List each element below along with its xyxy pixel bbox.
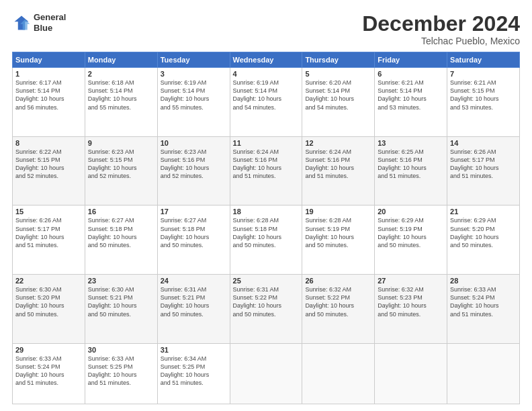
cell-details: Sunrise: 6:31 AMSunset: 5:22 PMDaylight:… (233, 285, 300, 318)
cell-details: Sunrise: 6:33 AMSunset: 5:24 PMDaylight:… (450, 285, 517, 318)
calendar-cell: 31Sunrise: 6:34 AMSunset: 5:25 PMDayligh… (157, 343, 230, 404)
calendar-cell: 17Sunrise: 6:27 AMSunset: 5:18 PMDayligh… (157, 205, 230, 275)
col-header-thursday: Thursday (302, 52, 375, 68)
title-block: December 2024 Telchac Pueblo, Mexico (362, 12, 520, 46)
day-number: 21 (450, 208, 517, 216)
header: General Blue December 2024 Telchac Puebl… (12, 12, 520, 46)
day-number: 12 (305, 139, 371, 147)
day-number: 2 (88, 70, 154, 78)
calendar-cell: 13Sunrise: 6:25 AMSunset: 5:16 PMDayligh… (375, 136, 447, 205)
cell-details: Sunrise: 6:26 AMSunset: 5:17 PMDaylight:… (450, 148, 517, 181)
cell-details: Sunrise: 6:34 AMSunset: 5:25 PMDaylight:… (161, 355, 227, 387)
calendar-cell: 2Sunrise: 6:18 AMSunset: 5:14 PMDaylight… (85, 68, 157, 137)
day-number: 18 (233, 208, 300, 216)
logo-text: General Blue (34, 12, 66, 33)
day-number: 11 (233, 139, 300, 147)
calendar-cell: 3Sunrise: 6:19 AMSunset: 5:14 PMDaylight… (157, 68, 230, 137)
calendar-cell: 10Sunrise: 6:23 AMSunset: 5:16 PMDayligh… (157, 136, 230, 205)
calendar-cell: 16Sunrise: 6:27 AMSunset: 5:18 PMDayligh… (85, 205, 157, 275)
cell-details: Sunrise: 6:22 AMSunset: 5:15 PMDaylight:… (15, 148, 82, 181)
calendar-week-row: 15Sunrise: 6:26 AMSunset: 5:17 PMDayligh… (13, 205, 520, 275)
day-number: 17 (161, 208, 227, 216)
cell-details: Sunrise: 6:18 AMSunset: 5:14 PMDaylight:… (88, 79, 154, 111)
cell-details: Sunrise: 6:26 AMSunset: 5:17 PMDaylight:… (15, 216, 82, 249)
day-number: 15 (15, 208, 82, 216)
day-number: 13 (378, 139, 444, 147)
day-number: 30 (88, 346, 154, 354)
cell-details: Sunrise: 6:21 AMSunset: 5:14 PMDaylight:… (378, 79, 444, 111)
cell-details: Sunrise: 6:23 AMSunset: 5:15 PMDaylight:… (88, 148, 154, 181)
calendar-cell: 21Sunrise: 6:29 AMSunset: 5:20 PMDayligh… (447, 205, 520, 275)
day-number: 29 (15, 346, 82, 354)
day-number: 22 (15, 277, 82, 285)
page: General Blue December 2024 Telchac Puebl… (0, 0, 532, 411)
day-number: 9 (88, 139, 154, 147)
calendar-cell: 1Sunrise: 6:17 AMSunset: 5:14 PMDaylight… (13, 68, 85, 137)
calendar-cell: 26Sunrise: 6:32 AMSunset: 5:22 PMDayligh… (302, 275, 375, 344)
calendar-header-row: SundayMondayTuesdayWednesdayThursdayFrid… (13, 52, 520, 68)
calendar-cell: 8Sunrise: 6:22 AMSunset: 5:15 PMDaylight… (13, 136, 85, 205)
calendar-cell: 15Sunrise: 6:26 AMSunset: 5:17 PMDayligh… (13, 205, 85, 275)
calendar-cell: 19Sunrise: 6:28 AMSunset: 5:19 PMDayligh… (302, 205, 375, 275)
day-number: 24 (161, 277, 227, 285)
cell-details: Sunrise: 6:28 AMSunset: 5:18 PMDaylight:… (233, 216, 300, 249)
calendar-cell: 11Sunrise: 6:24 AMSunset: 5:16 PMDayligh… (230, 136, 302, 205)
cell-details: Sunrise: 6:33 AMSunset: 5:25 PMDaylight:… (88, 355, 154, 387)
day-number: 8 (15, 139, 82, 147)
cell-details: Sunrise: 6:32 AMSunset: 5:22 PMDaylight:… (305, 285, 371, 318)
calendar-cell: 28Sunrise: 6:33 AMSunset: 5:24 PMDayligh… (447, 275, 520, 344)
day-number: 26 (305, 277, 371, 285)
cell-details: Sunrise: 6:27 AMSunset: 5:18 PMDaylight:… (88, 216, 154, 249)
calendar-cell (375, 343, 447, 404)
day-number: 3 (161, 70, 227, 78)
calendar-cell (230, 343, 302, 404)
cell-details: Sunrise: 6:23 AMSunset: 5:16 PMDaylight:… (161, 148, 227, 181)
calendar-cell: 12Sunrise: 6:24 AMSunset: 5:16 PMDayligh… (302, 136, 375, 205)
cell-details: Sunrise: 6:30 AMSunset: 5:21 PMDaylight:… (88, 285, 154, 318)
cell-details: Sunrise: 6:28 AMSunset: 5:19 PMDaylight:… (305, 216, 371, 249)
calendar-cell: 30Sunrise: 6:33 AMSunset: 5:25 PMDayligh… (85, 343, 157, 404)
day-number: 4 (233, 70, 300, 78)
calendar-cell: 5Sunrise: 6:20 AMSunset: 5:14 PMDaylight… (302, 68, 375, 137)
calendar-cell: 24Sunrise: 6:31 AMSunset: 5:21 PMDayligh… (157, 275, 230, 344)
cell-details: Sunrise: 6:24 AMSunset: 5:16 PMDaylight:… (305, 148, 371, 181)
cell-details: Sunrise: 6:25 AMSunset: 5:16 PMDaylight:… (378, 148, 444, 181)
calendar-cell: 7Sunrise: 6:21 AMSunset: 5:15 PMDaylight… (447, 68, 520, 137)
calendar-cell: 22Sunrise: 6:30 AMSunset: 5:20 PMDayligh… (13, 275, 85, 344)
logo-icon (12, 13, 31, 32)
location-title: Telchac Pueblo, Mexico (362, 36, 520, 46)
cell-details: Sunrise: 6:33 AMSunset: 5:24 PMDaylight:… (15, 355, 82, 387)
cell-details: Sunrise: 6:29 AMSunset: 5:20 PMDaylight:… (450, 216, 517, 249)
calendar-cell (447, 343, 520, 404)
day-number: 19 (305, 208, 371, 216)
day-number: 1 (15, 70, 82, 78)
calendar-week-row: 22Sunrise: 6:30 AMSunset: 5:20 PMDayligh… (13, 275, 520, 344)
day-number: 10 (161, 139, 227, 147)
col-header-saturday: Saturday (447, 52, 520, 68)
calendar-cell: 20Sunrise: 6:29 AMSunset: 5:19 PMDayligh… (375, 205, 447, 275)
cell-details: Sunrise: 6:17 AMSunset: 5:14 PMDaylight:… (15, 79, 82, 111)
calendar-cell (302, 343, 375, 404)
cell-details: Sunrise: 6:21 AMSunset: 5:15 PMDaylight:… (450, 79, 517, 111)
calendar-week-row: 8Sunrise: 6:22 AMSunset: 5:15 PMDaylight… (13, 136, 520, 205)
day-number: 16 (88, 208, 154, 216)
day-number: 27 (378, 277, 444, 285)
day-number: 6 (378, 70, 444, 78)
calendar-cell: 25Sunrise: 6:31 AMSunset: 5:22 PMDayligh… (230, 275, 302, 344)
calendar-cell: 18Sunrise: 6:28 AMSunset: 5:18 PMDayligh… (230, 205, 302, 275)
calendar-cell: 6Sunrise: 6:21 AMSunset: 5:14 PMDaylight… (375, 68, 447, 137)
col-header-sunday: Sunday (13, 52, 85, 68)
calendar-cell: 29Sunrise: 6:33 AMSunset: 5:24 PMDayligh… (13, 343, 85, 404)
day-number: 14 (450, 139, 517, 147)
day-number: 28 (450, 277, 517, 285)
cell-details: Sunrise: 6:31 AMSunset: 5:21 PMDaylight:… (161, 285, 227, 318)
col-header-friday: Friday (375, 52, 447, 68)
cell-details: Sunrise: 6:27 AMSunset: 5:18 PMDaylight:… (161, 216, 227, 249)
day-number: 23 (88, 277, 154, 285)
col-header-monday: Monday (85, 52, 157, 68)
calendar-cell: 9Sunrise: 6:23 AMSunset: 5:15 PMDaylight… (85, 136, 157, 205)
day-number: 25 (233, 277, 300, 285)
cell-details: Sunrise: 6:19 AMSunset: 5:14 PMDaylight:… (233, 79, 300, 111)
cell-details: Sunrise: 6:29 AMSunset: 5:19 PMDaylight:… (378, 216, 444, 249)
cell-details: Sunrise: 6:32 AMSunset: 5:23 PMDaylight:… (378, 285, 444, 318)
